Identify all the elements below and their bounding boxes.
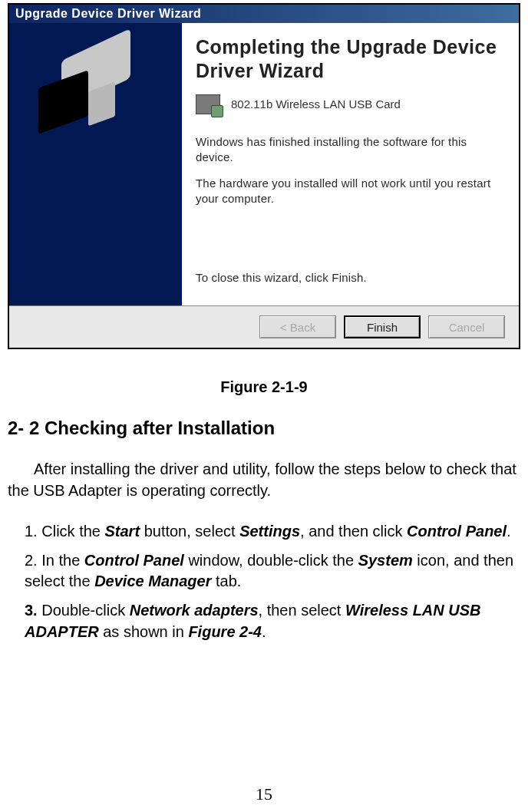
- wizard-close-hint: To close this wizard, click Finish.: [196, 270, 503, 286]
- step-3: 3. Double-click Network adapters, then s…: [25, 600, 520, 642]
- steps-list: 1. Click the Start button, select Settin…: [8, 521, 520, 642]
- wizard-text-finished: Windows has finished installing the soft…: [196, 134, 503, 166]
- page-number: 15: [0, 784, 528, 804]
- wizard-sidebar-graphic: [9, 23, 182, 305]
- step-1: 1. Click the Start button, select Settin…: [25, 521, 520, 543]
- finish-button-label: Finish: [367, 321, 398, 334]
- step-2: 2. In the Control Panel window, double-c…: [25, 550, 520, 592]
- hardware-icon: [196, 94, 220, 114]
- wizard-content: Completing the Upgrade Device Driver Wiz…: [182, 23, 519, 305]
- device-row: 802.11b Wireless LAN USB Card: [196, 94, 503, 114]
- back-button: < Back: [259, 315, 336, 338]
- device-graphic-icon: [38, 45, 153, 129]
- step-number: 3.: [25, 602, 38, 619]
- wizard-body: Completing the Upgrade Device Driver Wiz…: [9, 23, 519, 305]
- cancel-button-label: Cancel: [449, 321, 485, 334]
- back-button-label: < Back: [280, 321, 315, 334]
- button-bar: < Back Finish Cancel: [9, 305, 519, 348]
- wizard-window: Upgrade Device Driver Wizard Completing …: [8, 3, 520, 349]
- step-number: 2.: [25, 552, 38, 569]
- wizard-text-restart: The hardware you installed will not work…: [196, 176, 503, 207]
- step-number: 1.: [25, 523, 38, 540]
- figure-caption: Figure 2-1-9: [8, 378, 520, 396]
- intro-paragraph: After installing the driver and utility,…: [8, 459, 520, 501]
- section-heading: 2- 2 Checking after Installation: [8, 418, 520, 439]
- device-name: 802.11b Wireless LAN USB Card: [231, 97, 401, 111]
- wizard-heading: Completing the Upgrade Device Driver Wiz…: [196, 35, 503, 84]
- cancel-button: Cancel: [428, 315, 505, 338]
- window-title: Upgrade Device Driver Wizard: [15, 7, 201, 20]
- title-bar: Upgrade Device Driver Wizard: [9, 5, 519, 23]
- finish-button[interactable]: Finish: [344, 315, 421, 338]
